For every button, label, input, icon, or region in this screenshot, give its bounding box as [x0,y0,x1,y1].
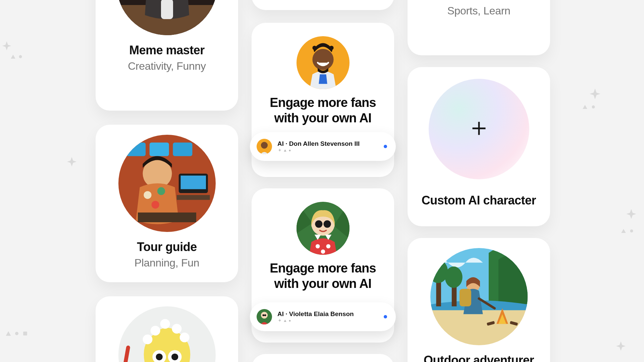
decoration-cluster [610,339,634,359]
avatar [297,36,350,89]
character-card-tour-guide[interactable]: Tour guide Planning, Fun [96,125,238,282]
gradient-avatar [429,79,529,179]
decoration-cluster [0,37,27,64]
card-title: Tour guide [96,240,238,254]
avatar [117,0,217,35]
svg-rect-22 [180,176,206,189]
avatar [430,248,528,345]
svg-point-27 [151,201,159,208]
decoration-cluster [63,154,87,178]
svg-point-52 [321,249,325,254]
sparkle-icon [277,148,378,153]
status-dot [384,315,387,318]
promo-headline: Engage more fans with your own AI [252,261,394,291]
character-card-meme-master[interactable]: Meme master Creativity, Funny [96,0,238,111]
promo-card[interactable]: Engage more fans with your own AI AI · D… [252,23,394,177]
ai-creator-pill[interactable]: AI · Violetta Elaia Benson [250,302,396,331]
svg-point-40 [156,354,162,360]
character-card-outdoor-adventurer[interactable]: Outdoor adventurer [408,238,550,362]
character-card-partial[interactable] [96,296,238,362]
card-title: Outdoor adventurer [408,353,550,362]
svg-point-44 [312,49,333,70]
sparkle-icon [277,318,378,323]
svg-rect-69 [460,289,471,306]
svg-point-25 [144,191,151,199]
svg-point-34 [143,335,152,344]
svg-point-32 [172,324,181,334]
card-title: Custom AI character [408,193,550,207]
avatar-small [257,309,272,324]
card-partial-top[interactable] [252,0,394,10]
svg-rect-23 [177,195,210,200]
avatar [118,135,216,232]
svg-point-45 [312,46,317,50]
svg-point-46 [329,46,333,50]
svg-rect-20 [173,142,192,156]
status-dot [384,145,387,148]
svg-point-26 [157,187,165,195]
svg-rect-10 [161,0,173,19]
svg-point-55 [323,220,331,228]
promo-headline: Engage more fans with your own AI [252,95,394,126]
decoration-cluster [3,322,34,345]
card-title: Athletic trainer [408,0,550,2]
svg-point-54 [315,220,322,228]
card-subtitle: Planning, Fun [96,257,238,269]
svg-point-58 [262,314,264,316]
card-subtitle: Sports, Learn [408,5,550,17]
svg-point-50 [315,244,320,248]
decoration-cluster [580,85,610,116]
card-partial-bottom[interactable] [252,354,394,362]
avatar [297,202,350,255]
avatar [118,306,216,362]
svg-rect-19 [149,142,169,156]
card-subtitle: Creativity, Funny [96,60,238,72]
pill-label: AI · Don Allen Stevenson III [277,140,378,147]
svg-point-67 [445,266,462,288]
svg-point-31 [160,319,170,329]
decoration-cluster [621,208,644,241]
promo-card[interactable]: Engage more fans with your own AI AI · V… [252,188,394,343]
character-card-athletic-trainer[interactable]: Athletic trainer Sports, Learn [408,0,550,55]
avatar-small [257,139,272,154]
plus-icon [470,120,488,138]
svg-point-33 [179,333,189,342]
svg-point-51 [326,244,330,248]
svg-point-48 [261,142,268,148]
svg-rect-18 [126,142,146,156]
ai-creator-pill[interactable]: AI · Don Allen Stevenson III [250,132,396,161]
svg-point-30 [150,326,160,336]
custom-ai-card[interactable]: Custom AI character [408,67,550,226]
svg-point-41 [171,354,178,360]
svg-rect-28 [138,213,196,222]
svg-point-59 [264,314,266,316]
card-title: Meme master [96,43,238,57]
pill-label: AI · Violetta Elaia Benson [277,310,378,318]
